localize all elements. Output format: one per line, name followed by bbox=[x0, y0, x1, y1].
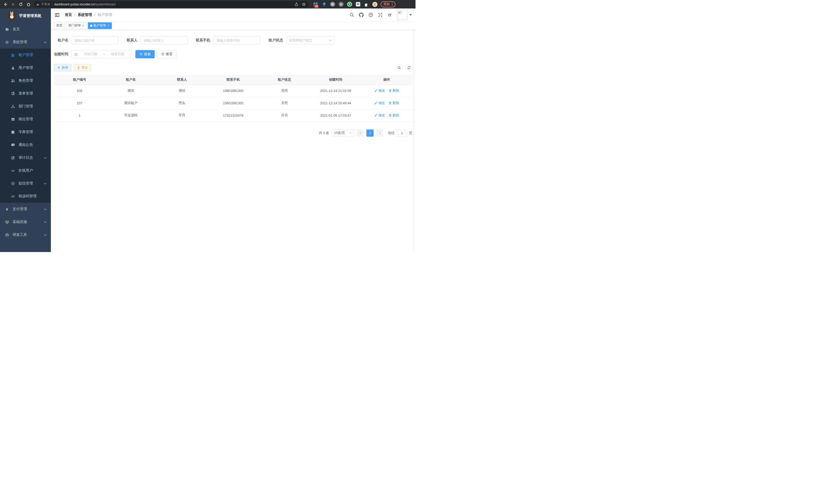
sidebar-item-error-code[interactable]: 错误码管理 bbox=[0, 190, 51, 203]
font-size-icon[interactable]: tT bbox=[386, 11, 394, 19]
url-text: dashboard.yudao.iocoder.cn/system/tenant bbox=[54, 3, 115, 6]
table-row: 107 测试租户 秃头 15601691300 关闭 2021-12-14 20… bbox=[54, 97, 412, 109]
sidebar-item-pay[interactable]: ¥ 支付管理 bbox=[0, 203, 51, 215]
tenant-name-label: 租户名 bbox=[54, 38, 71, 42]
page-size-select[interactable]: 10条/页 bbox=[332, 129, 354, 137]
col-tenant-id: 租户编号 bbox=[54, 75, 105, 85]
search-button[interactable]: 搜索 bbox=[136, 50, 155, 58]
chevron-right-icon bbox=[378, 131, 381, 135]
user-avatar-dropdown[interactable] bbox=[397, 10, 412, 20]
create-time-range-picker[interactable]: 开始日期 - 结束日期 bbox=[71, 50, 131, 58]
extension-command-icon[interactable]: ⌘ bbox=[330, 2, 335, 7]
edit-link[interactable]: 修改 bbox=[374, 101, 385, 105]
url-bar[interactable]: 不安全 dashboard.yudao.iocoder.cn/system/te… bbox=[34, 1, 309, 7]
sidebar-item-role[interactable]: 角色管理 bbox=[0, 74, 51, 87]
bookmark-star-icon[interactable] bbox=[301, 2, 307, 7]
sidebar-item-tenant[interactable]: 租户管理 bbox=[0, 49, 51, 61]
browser-scrollbar[interactable] bbox=[413, 8, 416, 252]
github-icon[interactable] bbox=[357, 11, 365, 19]
tenant-users-icon bbox=[11, 53, 15, 57]
col-actions: 操作 bbox=[361, 75, 412, 85]
delete-link[interactable]: 删除 bbox=[389, 101, 399, 105]
sidebar-item-post[interactable]: 岗位管理 bbox=[0, 113, 51, 126]
audit-log-icon bbox=[11, 156, 15, 160]
sidebar-item-online-user[interactable]: 在线用户 bbox=[0, 164, 51, 177]
active-tag-dot bbox=[90, 25, 92, 27]
sidebar-item-sms[interactable]: 短信管理 bbox=[0, 177, 51, 190]
page-unit-label: 页 bbox=[409, 131, 412, 136]
monitor-icon bbox=[5, 220, 9, 224]
menu-tree-icon bbox=[11, 91, 15, 95]
header-search-icon[interactable] bbox=[348, 11, 355, 19]
sidebar-item-audit-log[interactable]: 审计日志 bbox=[0, 151, 51, 164]
extension-kite-icon[interactable] bbox=[321, 2, 326, 7]
prev-page-button[interactable] bbox=[357, 129, 364, 137]
browser-back-button[interactable] bbox=[2, 1, 9, 8]
table-toolbar: 新增 导出 bbox=[54, 64, 412, 71]
breadcrumb-system[interactable]: 系统管理 bbox=[78, 12, 92, 17]
browser-update-button[interactable]: 更新 bbox=[380, 1, 396, 7]
next-page-button[interactable] bbox=[376, 129, 383, 137]
browser-reload-button[interactable] bbox=[18, 1, 24, 8]
mobile-input[interactable] bbox=[213, 36, 260, 45]
caret-down-icon bbox=[409, 14, 412, 16]
browser-extensions: 10 ⌘ Y bbox=[313, 2, 377, 7]
extension-avatar-emoji-icon[interactable] bbox=[372, 2, 377, 7]
refresh-table-button[interactable] bbox=[405, 64, 412, 71]
delete-link[interactable]: 删除 bbox=[389, 88, 399, 93]
fullscreen-icon[interactable] bbox=[376, 11, 384, 19]
sidebar-item-system[interactable]: 系统管理 bbox=[0, 36, 51, 49]
calendar-icon bbox=[74, 53, 78, 56]
sidebar-item-dev-tools[interactable]: 研发工具 bbox=[0, 228, 51, 241]
app-logo[interactable]: 芋道管理系统 bbox=[0, 8, 51, 23]
edit-link[interactable]: 修改 bbox=[374, 113, 385, 118]
download-icon bbox=[77, 66, 80, 69]
delete-link[interactable]: 删除 bbox=[389, 113, 399, 118]
show-search-toggle-button[interactable] bbox=[396, 64, 403, 71]
extension-puzzle-icon[interactable] bbox=[364, 2, 369, 7]
badge-icon bbox=[11, 117, 15, 121]
tag-home[interactable]: 首页 bbox=[54, 22, 65, 29]
browser-nav-controls bbox=[2, 1, 32, 8]
chevron-down-icon bbox=[44, 182, 47, 185]
close-icon[interactable]: × bbox=[107, 24, 110, 27]
sidebar-item-dict[interactable]: 字典管理 bbox=[0, 126, 51, 139]
trash-icon bbox=[389, 101, 392, 105]
breadcrumb-home[interactable]: 首页 bbox=[65, 12, 72, 17]
export-button[interactable]: 导出 bbox=[74, 64, 91, 71]
sidebar-collapse-icon[interactable] bbox=[51, 8, 63, 21]
extension-grid-icon[interactable]: 10 bbox=[313, 2, 318, 7]
pencil-icon bbox=[374, 89, 377, 92]
contact-input[interactable] bbox=[141, 36, 188, 45]
tag-tenant[interactable]: 租户管理× bbox=[88, 22, 112, 29]
close-icon[interactable]: × bbox=[82, 24, 84, 27]
sidebar-item-dept[interactable]: 部门管理 bbox=[0, 100, 51, 113]
page-1-button[interactable]: 1 bbox=[366, 129, 374, 137]
tenant-name-input[interactable] bbox=[71, 36, 118, 45]
share-icon[interactable] bbox=[293, 2, 299, 7]
sidebar-item-home[interactable]: 首页 bbox=[0, 23, 51, 36]
sidebar-item-user[interactable]: 用户管理 bbox=[0, 61, 51, 74]
edit-link[interactable]: 修改 bbox=[374, 88, 385, 93]
browser-home-button[interactable] bbox=[25, 1, 32, 8]
status-value: 关闭 bbox=[259, 85, 310, 97]
help-icon[interactable] bbox=[367, 11, 375, 19]
goto-page-input[interactable] bbox=[397, 129, 407, 137]
user-icon bbox=[11, 66, 15, 70]
sidebar-item-menu[interactable]: 菜单管理 bbox=[0, 87, 51, 100]
sidebar-item-notice[interactable]: 通知公告 bbox=[0, 139, 51, 151]
roles-users-icon bbox=[11, 79, 15, 83]
filter-row-1: 租户名 联系人 联系手机 租户状态 请选择租户状态 bbox=[54, 36, 412, 45]
dashboard-icon bbox=[5, 27, 9, 31]
browser-forward-button[interactable] bbox=[10, 1, 17, 8]
col-status: 租户状态 bbox=[259, 75, 310, 85]
tag-dept[interactable]: 部门管理× bbox=[66, 22, 87, 29]
extension-chat-icon[interactable] bbox=[355, 2, 361, 7]
sidebar-item-infra[interactable]: 基础设施 bbox=[0, 215, 51, 228]
extension-dot-icon[interactable] bbox=[338, 2, 344, 7]
add-button[interactable]: 新增 bbox=[54, 64, 71, 71]
extension-y-icon[interactable]: Y bbox=[347, 2, 352, 7]
reset-button[interactable]: 重置 bbox=[157, 50, 176, 58]
search-icon bbox=[398, 66, 401, 69]
status-select[interactable]: 请选择租户状态 bbox=[286, 36, 335, 45]
